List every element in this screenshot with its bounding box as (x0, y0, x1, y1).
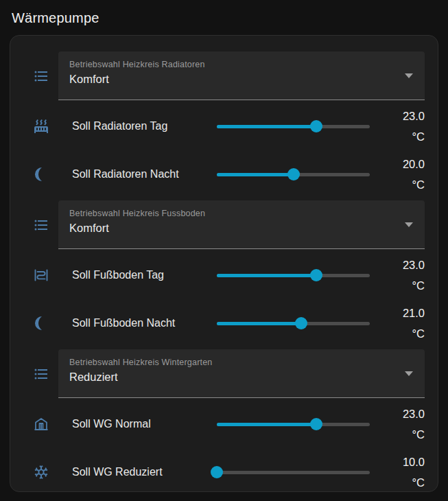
slider-label: Soll WG Normal (72, 418, 217, 430)
slider-fill (217, 322, 301, 325)
greenhouse-icon (33, 416, 49, 432)
slider-fill (217, 173, 294, 176)
select-betriebswahl-wintergarten[interactable]: Betriebswahl Heizkreis Wintergarten Redu… (58, 349, 425, 398)
format-list-bulleted-icon (33, 366, 49, 382)
slider-fill (217, 274, 316, 277)
slider-value: 20.0 °C (379, 154, 425, 195)
heating-coil-icon (33, 267, 49, 283)
waermepumpe-card: Betriebswahl Heizkreis Radiatoren Komfor… (10, 35, 438, 492)
select-betriebswahl-radiatoren[interactable]: Betriebswahl Heizkreis Radiatoren Komfor… (58, 51, 425, 100)
moon-icon (33, 166, 49, 183)
slider-label: Soll Radiatoren Tag (72, 120, 217, 132)
select-value: Reduziert (69, 369, 414, 386)
slider-value: 10.0 °C (379, 452, 425, 493)
moon-icon (33, 315, 49, 331)
value-number: 23.0 (379, 106, 425, 126)
slider-thumb[interactable] (310, 418, 322, 430)
slider-label: Soll Radiatoren Nacht (72, 168, 217, 180)
chevron-down-icon (405, 222, 413, 227)
slider-label: Soll WG Reduziert (72, 466, 217, 478)
slider-value: 23.0 °C (379, 106, 425, 147)
row-soll-fussboden-nacht: Soll Fußboden Nacht 21.0 °C (33, 299, 425, 347)
chevron-down-icon (405, 73, 413, 78)
row-betriebswahl-radiatoren: Betriebswahl Heizkreis Radiatoren Komfor… (33, 51, 425, 100)
row-soll-radiatoren-tag: Soll Radiatoren Tag 23.0 °C (33, 102, 425, 150)
snowflake-icon (33, 464, 49, 480)
slider-fill (217, 423, 316, 426)
slider-thumb[interactable] (310, 269, 322, 281)
slider-thumb[interactable] (287, 168, 300, 180)
row-soll-wg-reduziert: Soll WG Reduziert 10.0 °C (33, 448, 425, 496)
soll-fussboden-nacht-slider[interactable] (217, 316, 370, 330)
value-number: 23.0 (379, 255, 425, 275)
soll-radiatoren-nacht-slider[interactable] (217, 167, 370, 181)
format-list-bulleted-icon (33, 217, 49, 233)
soll-radiatoren-tag-slider[interactable] (217, 119, 370, 133)
value-number: 20.0 (379, 154, 425, 174)
slider-value: 23.0 °C (379, 255, 425, 296)
row-betriebswahl-fussboden: Betriebswahl Heizkreis Fussboden Komfort (33, 200, 425, 249)
value-unit: °C (379, 275, 425, 296)
chevron-down-icon (405, 371, 413, 376)
value-number: 23.0 (379, 404, 425, 424)
page-title: Wärmepumpe (0, 0, 448, 26)
value-unit: °C (379, 323, 425, 344)
value-unit: °C (379, 424, 425, 445)
select-label: Betriebswahl Heizkreis Fussboden (69, 208, 414, 220)
row-soll-radiatoren-nacht: Soll Radiatoren Nacht 20.0 °C (33, 150, 425, 198)
soll-fussboden-tag-slider[interactable] (217, 268, 370, 282)
slider-thumb[interactable] (295, 317, 307, 329)
radiator-icon (33, 118, 49, 135)
soll-wg-reduziert-slider[interactable] (217, 465, 370, 479)
select-value: Komfort (69, 220, 414, 237)
row-soll-fussboden-tag: Soll Fußboden Tag 23.0 °C (33, 251, 425, 299)
row-soll-wg-normal: Soll WG Normal 23.0 °C (33, 400, 425, 448)
select-label: Betriebswahl Heizkreis Wintergarten (69, 357, 414, 369)
slider-value: 23.0 °C (379, 404, 425, 445)
slider-value: 21.0 °C (379, 303, 425, 344)
value-unit: °C (379, 126, 425, 147)
slider-label: Soll Fußboden Tag (72, 269, 217, 281)
select-label: Betriebswahl Heizkreis Radiatoren (69, 59, 414, 71)
select-betriebswahl-fussboden[interactable]: Betriebswahl Heizkreis Fussboden Komfort (58, 200, 425, 249)
value-number: 21.0 (379, 303, 425, 323)
slider-thumb[interactable] (310, 120, 322, 132)
value-unit: °C (379, 472, 425, 493)
select-value: Komfort (69, 71, 414, 88)
value-number: 10.0 (379, 452, 425, 472)
slider-label: Soll Fußboden Nacht (72, 317, 217, 329)
row-betriebswahl-wintergarten: Betriebswahl Heizkreis Wintergarten Redu… (33, 349, 425, 398)
soll-wg-normal-slider[interactable] (217, 417, 370, 431)
slider-fill (217, 125, 316, 128)
slider-track (217, 471, 370, 474)
format-list-bulleted-icon (33, 68, 49, 84)
slider-thumb[interactable] (211, 466, 223, 478)
value-unit: °C (379, 174, 425, 195)
